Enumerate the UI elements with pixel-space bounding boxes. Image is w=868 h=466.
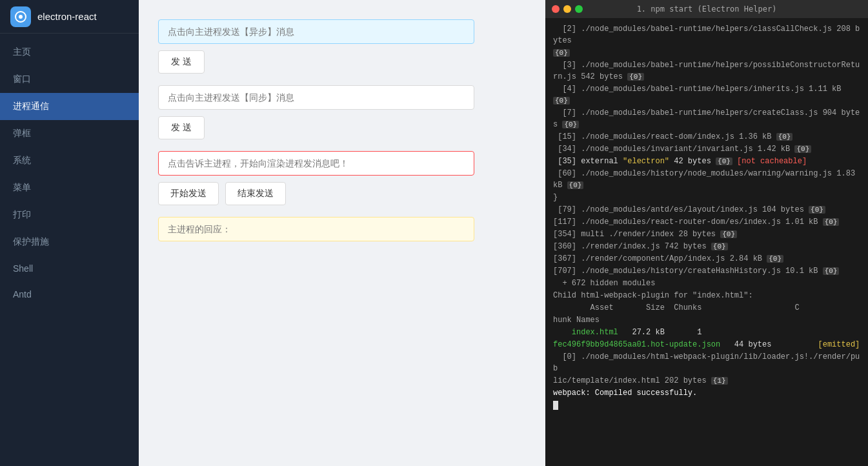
sidebar-item-label: Antd xyxy=(13,289,32,299)
terminal-line: } xyxy=(553,192,860,203)
terminal-line: [4] ./node_modules/babel-runtime/helpers… xyxy=(553,83,860,106)
sidebar-item-label: 窗口 xyxy=(13,74,31,85)
terminal-line: [7] ./node_modules/babel-runtime/helpers… xyxy=(553,107,860,130)
terminal-line: [354] multi ./render/index 28 bytes {0} xyxy=(553,228,860,240)
terminal-line: [707] ./node_modules/history/createHashH… xyxy=(553,265,860,277)
sidebar-item-label: 打印 xyxy=(13,209,31,221)
close-button[interactable] xyxy=(552,5,560,13)
terminal-cursor-line xyxy=(553,400,860,411)
async-send-button[interactable]: 发 送 xyxy=(158,50,205,74)
terminal-traffic-lights xyxy=(552,5,583,13)
async-group: 发 送 xyxy=(158,19,526,74)
terminal-line: [34] ./node_modules/invariant/invariant.… xyxy=(553,143,860,155)
sidebar-nav: 主页窗口进程通信弹框系统菜单打印保护措施ShellAntd xyxy=(0,34,139,466)
terminal-line: [360] ./render/index.js 742 bytes {0} xyxy=(553,241,860,252)
maximize-button[interactable] xyxy=(575,5,583,13)
stream-start-button[interactable]: 开始发送 xyxy=(158,182,219,205)
async-input[interactable] xyxy=(158,19,474,44)
sidebar-item-window[interactable]: 窗口 xyxy=(0,66,139,93)
terminal-line: + 672 hidden modules xyxy=(553,278,860,289)
terminal-line: [117] ./node_modules/react-router-dom/es… xyxy=(553,216,860,228)
terminal-line: [35] external "electron" 42 bytes {0} [n… xyxy=(553,156,860,167)
sidebar-item-ipc[interactable]: 进程通信 xyxy=(0,93,139,120)
terminal-line: [15] ./node_modules/react-dom/index.js 1… xyxy=(553,131,860,143)
minimize-button[interactable] xyxy=(563,5,571,13)
sidebar-header: electron-react xyxy=(0,0,139,34)
terminal-line: [2] ./node_modules/babel-runtime/helpers… xyxy=(553,23,860,46)
response-input[interactable] xyxy=(158,217,474,241)
terminal-line: [367] ./render/component/App/index.js 2.… xyxy=(553,253,860,265)
sidebar-item-label: 系统 xyxy=(13,155,31,167)
stream-end-button[interactable]: 结束发送 xyxy=(225,182,286,205)
terminal-line: {0} xyxy=(553,47,860,59)
sidebar-item-shell[interactable]: Shell xyxy=(0,256,139,281)
sidebar-item-label: 菜单 xyxy=(13,182,31,194)
sidebar-item-system[interactable]: 系统 xyxy=(0,147,139,174)
terminal-panel: 1. npm start (Electron Helper) [2] ./nod… xyxy=(545,0,868,466)
sidebar-item-label: 进程通信 xyxy=(13,101,49,112)
stream-input[interactable] xyxy=(158,151,474,176)
stream-group: 开始发送 结束发送 xyxy=(158,151,526,205)
terminal-line: fec496f9bb9d4865aa01.hot-update.json 44 … xyxy=(553,339,860,350)
terminal-line: index.html 27.2 kB 1 xyxy=(553,327,860,338)
main-wrapper: 发 送 发 送 开始发送 结束发送 1. npm st xyxy=(139,0,868,466)
terminal-line: hunk Names xyxy=(553,314,860,326)
sidebar-item-protect[interactable]: 保护措施 xyxy=(0,228,139,256)
sync-group: 发 送 xyxy=(158,85,526,139)
sidebar-item-home[interactable]: 主页 xyxy=(0,39,139,66)
terminal-line: [60] ./node_modules/history/node_modules… xyxy=(553,168,860,191)
terminal-line: [0] ./node_modules/html-webpack-plugin/l… xyxy=(553,351,860,374)
terminal-line: webpack: Compiled successfully. xyxy=(553,387,860,399)
sidebar-item-label: 弹框 xyxy=(13,128,31,139)
sidebar-item-label: Shell xyxy=(13,263,33,274)
sidebar-item-menu[interactable]: 菜单 xyxy=(0,174,139,201)
sidebar-item-antd[interactable]: Antd xyxy=(0,281,139,307)
sidebar: electron-react 主页窗口进程通信弹框系统菜单打印保护措施Shell… xyxy=(0,0,139,466)
sidebar-item-print[interactable]: 打印 xyxy=(0,201,139,228)
terminal-cursor xyxy=(553,401,558,410)
center-panel: 发 送 发 送 开始发送 结束发送 xyxy=(139,0,545,466)
terminal-titlebar: 1. npm start (Electron Helper) xyxy=(545,0,868,18)
sidebar-item-popup[interactable]: 弹框 xyxy=(0,120,139,147)
terminal-body[interactable]: [2] ./node_modules/babel-runtime/helpers… xyxy=(545,18,868,466)
app-logo xyxy=(10,6,31,27)
app-title: electron-react xyxy=(37,11,97,22)
terminal-line: lic/template/index.html 202 bytes {1} xyxy=(553,375,860,387)
response-group xyxy=(158,217,526,241)
terminal-line: Child html-webpack-plugin for "index.htm… xyxy=(553,290,860,301)
sidebar-item-label: 主页 xyxy=(13,46,31,58)
terminal-line: [3] ./node_modules/babel-runtime/helpers… xyxy=(553,59,860,83)
stream-btn-group: 开始发送 结束发送 xyxy=(158,182,526,205)
svg-point-1 xyxy=(19,15,23,19)
terminal-title: 1. npm start (Electron Helper) xyxy=(637,5,777,14)
terminal-line: [79] ./node_modules/antd/es/layout/index… xyxy=(553,204,860,216)
sync-input[interactable] xyxy=(158,85,474,110)
terminal-line: Asset Size Chunks C xyxy=(553,302,860,314)
sidebar-item-label: 保护措施 xyxy=(13,236,49,248)
sync-send-button[interactable]: 发 送 xyxy=(158,116,205,139)
